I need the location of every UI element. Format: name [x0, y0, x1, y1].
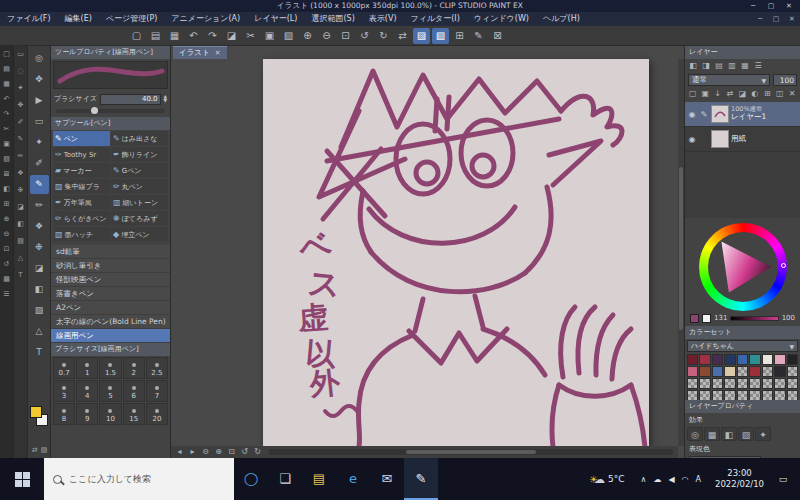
subtool-kazari-line[interactable]: ✒飾りライン — [111, 147, 168, 162]
color-swatch[interactable] — [787, 354, 798, 365]
document-window-control[interactable]: ─ — [752, 12, 768, 26]
snap-grid-icon[interactable]: ⊞ — [451, 28, 468, 44]
subtool-hosoi-tone[interactable]: ▥細いトーン — [111, 195, 168, 210]
hidden-icons-icon[interactable]: ∧ — [641, 475, 647, 484]
onedrive-icon[interactable]: ☁ — [653, 475, 661, 484]
move-tool-icon[interactable]: ✥ — [30, 70, 49, 89]
edge-browser-icon[interactable]: e — [336, 458, 370, 500]
subtool-mannenhitsu[interactable]: ✒万年筆風 — [53, 195, 110, 210]
redo-icon[interactable]: ↷ — [1, 109, 12, 120]
color-swatch[interactable] — [737, 354, 748, 365]
color-swatch[interactable] — [699, 366, 710, 377]
expression-effect-icon[interactable]: ✦ — [755, 427, 771, 441]
magic-wand-icon[interactable]: ✦ — [15, 83, 26, 94]
color-swatch[interactable] — [749, 390, 760, 400]
brush-size-cell[interactable]: 1 — [76, 357, 98, 379]
gradient-tool-icon[interactable]: ▧ — [30, 301, 49, 320]
visibility-eye-icon[interactable]: ◉ — [687, 135, 697, 144]
action-center-icon[interactable]: ▭ — [771, 458, 795, 500]
subtool-sumi-hatch[interactable]: ▧墨ハッチ — [53, 227, 110, 242]
zoom-in-icon[interactable]: ⊕ — [1, 214, 12, 225]
layer-effect-icon[interactable]: ▦ — [739, 60, 751, 72]
layer-palette-icon[interactable]: ◧ — [687, 60, 699, 72]
extract-line-effect-icon[interactable]: ▨ — [738, 427, 754, 441]
tone-effect-icon[interactable]: ▦ — [704, 427, 720, 441]
rotate-cw-icon[interactable]: ↻ — [251, 446, 264, 458]
canvas-paper[interactable]: ベ ス 虚 以 外 — [263, 59, 649, 447]
color-swatch[interactable] — [699, 378, 710, 389]
menu-item[interactable]: レイヤー(L) — [247, 12, 304, 26]
color-swatch[interactable] — [749, 354, 760, 365]
eraser-icon[interactable]: ◪ — [15, 202, 26, 213]
color-swatch[interactable] — [787, 378, 798, 389]
brush-size-cell[interactable]: 10 — [99, 403, 121, 425]
color-swatch[interactable] — [712, 366, 723, 377]
pen-sd[interactable]: sd鉛筆 — [51, 245, 170, 259]
layer-ruler-icon[interactable]: ▤ — [713, 60, 725, 72]
text-icon[interactable]: T — [15, 270, 26, 281]
brush-size-cell[interactable]: 1.5 — [99, 357, 121, 379]
open-file-icon[interactable]: ▤ — [147, 28, 164, 44]
airbrush-icon[interactable]: ❉ — [15, 185, 26, 196]
taskbar-search[interactable]: ここに入力して検索 — [44, 458, 234, 500]
brush-size-cell[interactable]: 7 — [146, 380, 168, 402]
gradient-icon[interactable]: ▨ — [15, 236, 26, 247]
brush-size-cell[interactable]: 5 — [99, 380, 121, 402]
two-pane-icon[interactable]: ◫ — [774, 88, 785, 100]
scroll-right-icon[interactable]: ▸ — [186, 446, 199, 458]
subtool-toothy[interactable]: ✑Toothy Sr — [53, 147, 110, 162]
new-folder-icon[interactable]: ▣ — [699, 88, 710, 100]
color-swatch[interactable] — [712, 378, 723, 389]
eraser-tool-icon[interactable]: ◪ — [30, 259, 49, 278]
cut-icon[interactable]: ✂ — [242, 28, 259, 44]
merge-down-icon[interactable]: ↓ — [712, 88, 723, 100]
scroll-left-icon[interactable]: ◂ — [173, 446, 186, 458]
menu-item[interactable]: 選択範囲(S) — [304, 12, 361, 26]
layer-color-effect-icon[interactable]: ◧ — [721, 427, 737, 441]
brush-size-value[interactable]: 40.0 — [100, 94, 161, 105]
snap-special-ruler-icon[interactable]: ▧ — [432, 28, 449, 44]
undo-icon[interactable]: ↶ — [185, 28, 202, 44]
ime-mode-icon[interactable]: A — [696, 475, 701, 484]
select-pen-icon[interactable]: ✎ — [470, 28, 487, 44]
zoom-in-icon[interactable]: ⊕ — [212, 446, 225, 458]
fill-tool-icon[interactable]: ◧ — [30, 280, 49, 299]
select-lasso-icon[interactable]: ◌ — [15, 66, 26, 77]
pencil-icon[interactable]: ✏ — [15, 151, 26, 162]
color-swatch[interactable] — [724, 390, 735, 400]
volume-icon[interactable]: ◀ — [668, 475, 674, 484]
fit-canvas-icon[interactable]: ⊡ — [225, 446, 238, 458]
brush-icon[interactable]: ❖ — [15, 168, 26, 179]
color-wheel[interactable] — [699, 223, 787, 311]
document-window-control[interactable]: ✕ — [784, 12, 800, 26]
menu-item[interactable]: フィルター(I) — [404, 12, 467, 26]
select-tool-icon[interactable]: ▭ — [30, 112, 49, 131]
brush-size-cell[interactable]: 4 — [76, 380, 98, 402]
color-swatch[interactable] — [724, 354, 735, 365]
layer-row-layer1[interactable]: ◉ ✎ 100%通常 レイヤー1 — [685, 102, 800, 127]
menu-item[interactable]: ページ管理(P) — [99, 12, 164, 26]
fit-screen-icon[interactable]: ⊡ — [337, 28, 354, 44]
document-window-control[interactable]: ▢ — [768, 12, 784, 26]
color-swatch[interactable] — [737, 378, 748, 389]
cortana-icon[interactable]: ◯ — [234, 458, 268, 500]
pen-icon[interactable]: ✎ — [15, 134, 26, 145]
zoom-tool-icon[interactable]: ◎ — [30, 49, 49, 68]
combine-icon[interactable]: ⊞ — [762, 88, 773, 100]
brush-size-slider[interactable] — [56, 109, 165, 113]
menu-item[interactable]: ウィンドウ(W) — [467, 12, 536, 26]
color-swatch[interactable] — [787, 390, 798, 400]
copy-icon[interactable]: ▣ — [261, 28, 278, 44]
delete-icon[interactable]: ⊠ — [1, 169, 12, 180]
delete-layer-icon[interactable]: ✕ — [787, 88, 798, 100]
color-swatch[interactable] — [687, 366, 698, 377]
eraser-icon[interactable]: ◪ — [223, 28, 240, 44]
color-swatch[interactable] — [762, 390, 773, 400]
mail-icon[interactable]: ✉ — [370, 458, 404, 500]
subtool-pen[interactable]: ✎ペン — [53, 131, 110, 146]
pen-a2[interactable]: A2ペン — [51, 301, 170, 315]
current-color-chip[interactable] — [690, 314, 699, 323]
eyedropper-icon[interactable]: ✐ — [15, 117, 26, 128]
color-swatch[interactable] — [712, 390, 723, 400]
pen-senga[interactable]: 線画用ペン — [51, 329, 170, 343]
